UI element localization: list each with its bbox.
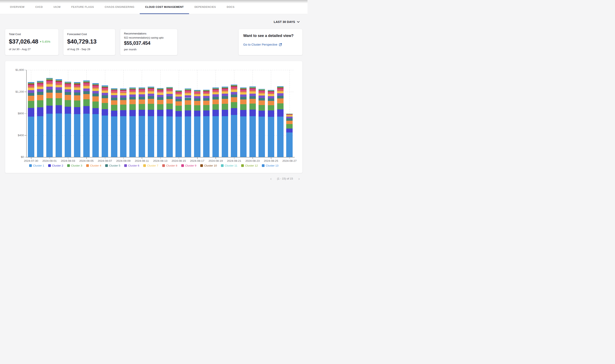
legend-item-cluster-13[interactable]: Cluster 13 xyxy=(262,164,279,167)
bar-segment[interactable] xyxy=(102,85,108,86)
bar-segment[interactable] xyxy=(259,93,265,96)
bar-segment[interactable] xyxy=(277,91,283,93)
bar-segment[interactable] xyxy=(286,124,293,128)
bar-segment[interactable] xyxy=(185,89,191,90)
bar-segment[interactable] xyxy=(46,87,53,89)
bar-segment[interactable] xyxy=(46,114,53,157)
bar-segment[interactable] xyxy=(286,114,293,115)
bar-segment[interactable] xyxy=(46,84,53,87)
bar-segment[interactable] xyxy=(240,99,247,104)
bar-segment[interactable] xyxy=(139,92,145,94)
bar-segment[interactable] xyxy=(175,117,182,157)
bar-segment[interactable] xyxy=(120,110,126,116)
bar-segment[interactable] xyxy=(194,94,200,96)
bar-segment[interactable] xyxy=(212,110,219,116)
bar-segment[interactable] xyxy=(74,83,80,83)
bar-segment[interactable] xyxy=(194,90,200,91)
bar-segment[interactable] xyxy=(28,108,34,117)
bar-segment[interactable] xyxy=(65,89,71,92)
bar-segment[interactable] xyxy=(222,87,228,88)
bar-segment[interactable] xyxy=(259,89,265,90)
bar-segment[interactable] xyxy=(102,93,108,95)
legend-item-cluster-10[interactable]: Cluster 10 xyxy=(200,164,217,167)
legend-item-cluster-12[interactable]: Cluster 12 xyxy=(241,164,258,167)
tab-dependencies[interactable]: DEPENDENCIES xyxy=(189,0,221,14)
bar-segment[interactable] xyxy=(212,116,219,157)
bar-segment[interactable] xyxy=(157,110,164,116)
bar-segment[interactable] xyxy=(139,110,145,116)
bar-segment[interactable] xyxy=(28,86,34,88)
bar-segment[interactable] xyxy=(259,117,265,157)
bar-segment[interactable] xyxy=(46,79,53,79)
bar-segment[interactable] xyxy=(231,86,237,86)
bar-segment[interactable] xyxy=(65,107,71,114)
bar-segment[interactable] xyxy=(111,90,117,91)
bar-segment[interactable] xyxy=(268,91,274,92)
bar-segment[interactable] xyxy=(129,88,136,89)
bar-segment[interactable] xyxy=(175,97,182,99)
bar-segment[interactable] xyxy=(286,115,293,115)
bar-segment[interactable] xyxy=(111,111,117,116)
bar-segment[interactable] xyxy=(231,86,237,87)
bar-segment[interactable] xyxy=(129,110,136,116)
bar-segment[interactable] xyxy=(74,107,80,114)
bar-segment[interactable] xyxy=(129,89,136,90)
bar-segment[interactable] xyxy=(157,89,164,90)
bar-segment[interactable] xyxy=(46,78,53,79)
bar-segment[interactable] xyxy=(28,101,34,108)
bar-segment[interactable] xyxy=(157,100,164,104)
bar-segment[interactable] xyxy=(231,94,237,97)
bar-segment[interactable] xyxy=(212,89,219,90)
bar-segment[interactable] xyxy=(37,92,43,95)
bar-segment[interactable] xyxy=(56,87,62,90)
bar-segment[interactable] xyxy=(120,93,126,95)
bar-segment[interactable] xyxy=(148,99,154,104)
bar-segment[interactable] xyxy=(46,98,53,106)
bar-segment[interactable] xyxy=(268,110,274,117)
bar-segment[interactable] xyxy=(120,90,126,90)
bar-segment[interactable] xyxy=(194,116,200,157)
bar-segment[interactable] xyxy=(175,94,182,97)
bar-segment[interactable] xyxy=(222,88,228,88)
bar-segment[interactable] xyxy=(102,89,108,91)
bar-segment[interactable] xyxy=(37,85,43,87)
bar-segment[interactable] xyxy=(240,92,247,94)
bar-segment[interactable] xyxy=(83,114,90,157)
bar-segment[interactable] xyxy=(194,91,200,92)
bar-segment[interactable] xyxy=(231,87,237,88)
bar-segment[interactable] xyxy=(56,90,62,93)
bar-segment[interactable] xyxy=(129,88,136,88)
bar-segment[interactable] xyxy=(194,101,200,105)
bar-segment[interactable] xyxy=(56,83,62,85)
bar-segment[interactable] xyxy=(65,114,71,157)
bar-segment[interactable] xyxy=(83,91,90,94)
legend-item-cluster-11[interactable]: Cluster 11 xyxy=(221,164,238,167)
bar-segment[interactable] xyxy=(250,94,256,96)
bar-segment[interactable] xyxy=(175,91,182,91)
bar-segment[interactable] xyxy=(120,89,126,90)
bar-segment[interactable] xyxy=(148,87,154,88)
bar-segment[interactable] xyxy=(157,116,164,157)
bar-segment[interactable] xyxy=(166,88,173,88)
bar-segment[interactable] xyxy=(250,87,256,88)
bar-segment[interactable] xyxy=(259,92,265,93)
bar-segment[interactable] xyxy=(185,100,191,105)
bar-segment[interactable] xyxy=(46,81,53,82)
bar-segment[interactable] xyxy=(268,98,274,101)
bar-segment[interactable] xyxy=(212,99,219,104)
bar-segment[interactable] xyxy=(194,111,200,116)
bar-segment[interactable] xyxy=(203,96,210,98)
bar-segment[interactable] xyxy=(222,96,228,99)
bar-segment[interactable] xyxy=(203,91,210,93)
bar-segment[interactable] xyxy=(129,92,136,94)
bar-segment[interactable] xyxy=(46,79,53,80)
date-range-selector[interactable]: LAST 30 DAYS xyxy=(274,20,299,24)
bar-segment[interactable] xyxy=(83,82,90,82)
bar-segment[interactable] xyxy=(157,88,164,89)
bar-segment[interactable] xyxy=(28,93,34,96)
bar-segment[interactable] xyxy=(250,104,256,110)
bar-segment[interactable] xyxy=(268,90,274,91)
bar-segment[interactable] xyxy=(74,84,80,84)
bar-segment[interactable] xyxy=(185,92,191,93)
bar-segment[interactable] xyxy=(212,88,219,88)
